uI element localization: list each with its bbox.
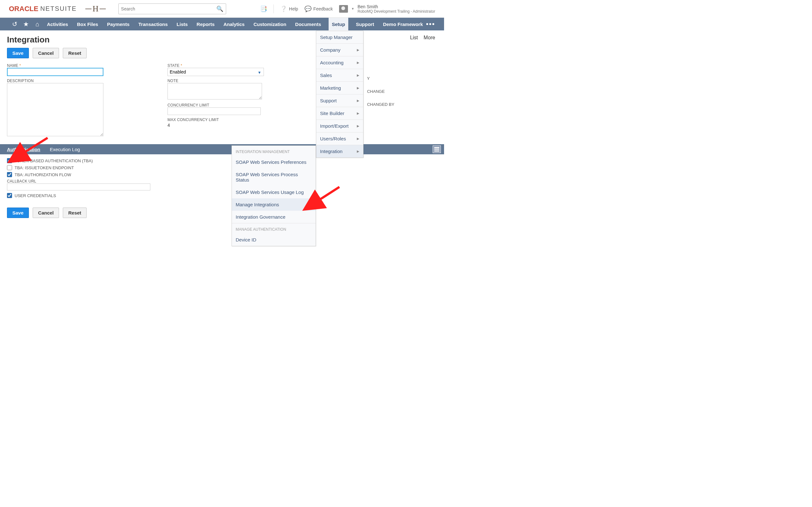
feedback-link[interactable]: 💬Feedback <box>305 5 333 12</box>
user-role: RoboMQ Development Trailing - Administra… <box>357 9 435 14</box>
chevron-right-icon: ▶ <box>357 137 359 140</box>
callback-url-input[interactable] <box>7 183 150 190</box>
search-input[interactable] <box>121 6 216 11</box>
home-icon[interactable]: ⌂ <box>32 20 43 28</box>
oracle-netsuite-logo: ORACLE NETSUITE <box>9 5 77 13</box>
background-labels: Y CHANGE CHANGED BY <box>365 76 394 107</box>
avatar-icon <box>339 5 348 13</box>
setup-menu-integration[interactable]: Integration▶ <box>316 145 363 158</box>
authflow-checkbox[interactable] <box>7 172 12 177</box>
chevron-right-icon: ▶ <box>357 99 359 102</box>
tab-authentication[interactable]: Authentication <box>7 147 40 152</box>
authentication-section: TOKEN-BASED AUTHENTICATION (TBA) TBA: IS… <box>7 158 435 198</box>
nav-item-transactions[interactable]: Transactions <box>137 18 169 31</box>
tab-execution-log[interactable]: Execution Log <box>50 147 80 152</box>
help-label: Help <box>289 6 298 11</box>
save-button-bottom[interactable]: Save <box>7 208 29 218</box>
required-icon: * <box>19 63 21 68</box>
reset-button-bottom[interactable]: Reset <box>63 208 87 218</box>
tenant-logo: ⸺H⸺ <box>84 4 107 14</box>
integration-submenu-integration-governance[interactable]: Integration Governance <box>232 211 316 223</box>
add-shortcut-icon[interactable]: 📑 <box>260 5 267 12</box>
favorites-icon[interactable]: ★ <box>20 20 32 28</box>
tba-label: TOKEN-BASED AUTHENTICATION (TBA) <box>14 158 93 163</box>
setup-menu-site-builder[interactable]: Site Builder▶ <box>316 107 363 119</box>
history-icon[interactable]: ↺ <box>9 20 20 28</box>
help-link[interactable]: ❔Help <box>280 5 298 12</box>
feedback-label: Feedback <box>313 6 333 11</box>
issuetoken-checkbox[interactable] <box>7 165 12 170</box>
note-input[interactable] <box>167 83 262 100</box>
nav-item-setup[interactable]: Setup <box>328 18 348 31</box>
name-label: NAME <box>7 63 18 68</box>
save-button[interactable]: Save <box>7 48 29 58</box>
subtab-bar: Authentication Execution Log <box>0 144 444 154</box>
nav-item-analytics[interactable]: Analytics <box>222 18 246 31</box>
nav-item-support[interactable]: Support <box>355 18 375 31</box>
integration-submenu-device-id[interactable]: Device ID <box>232 233 316 236</box>
setup-menu-users-roles[interactable]: Users/Roles▶ <box>316 132 363 145</box>
chevron-down-icon: ▼ <box>351 7 354 10</box>
setup-menu-setup-manager[interactable]: Setup Manager <box>316 31 363 43</box>
note-label: NOTE <box>167 78 264 83</box>
logo-oracle: ORACLE <box>9 5 38 13</box>
chevron-down-icon: ▼ <box>258 70 261 75</box>
more-action[interactable]: More <box>424 35 435 41</box>
description-label: DESCRIPTION <box>7 78 104 83</box>
authflow-label: TBA: AUTHORIZATION FLOW <box>14 172 71 177</box>
concurrency-limit-label: CONCURRENCY LIMIT <box>167 103 264 107</box>
list-action[interactable]: List <box>410 35 418 41</box>
state-label: STATE <box>167 63 180 68</box>
setup-menu-import-export[interactable]: Import/Export▶ <box>316 119 363 132</box>
label-change-partial: CHANGE <box>365 89 394 94</box>
page-title: Integration <box>7 35 435 45</box>
reset-button[interactable]: Reset <box>63 48 87 58</box>
max-concurrency-label: MAX CONCURRENCY LIMIT <box>167 118 264 122</box>
description-input[interactable] <box>7 83 103 136</box>
setup-menu-sales[interactable]: Sales▶ <box>316 69 363 81</box>
usercred-checkbox[interactable] <box>7 193 12 198</box>
chevron-right-icon: ▶ <box>357 73 359 77</box>
cancel-button[interactable]: Cancel <box>33 48 59 58</box>
setup-menu-marketing[interactable]: Marketing▶ <box>316 81 363 94</box>
integration-submenu-soap-web-services-usage-log[interactable]: SOAP Web Services Usage Log <box>232 186 316 199</box>
global-search[interactable]: 🔍 <box>118 3 226 14</box>
state-value[interactable] <box>167 68 264 76</box>
logo-netsuite: NETSUITE <box>40 5 77 12</box>
cancel-button-bottom[interactable]: Cancel <box>33 208 59 218</box>
nav-overflow-icon[interactable]: ••• <box>426 20 435 28</box>
chevron-right-icon: ▶ <box>357 124 359 128</box>
nav-item-documents[interactable]: Documents <box>294 18 322 31</box>
concurrency-limit-input[interactable] <box>167 107 261 115</box>
state-select[interactable]: ▼ <box>167 68 264 76</box>
app-header: ORACLE NETSUITE ⸺H⸺ 🔍 📑 ❔Help 💬Feedback … <box>0 0 444 18</box>
label-changed-by-partial: CHANGED BY <box>365 102 394 107</box>
nav-item-reports[interactable]: Reports <box>195 18 216 31</box>
nav-item-lists[interactable]: Lists <box>175 18 189 31</box>
tba-checkbox[interactable] <box>7 158 12 163</box>
submenu-header-integration-management: INTEGRATION MANAGEMENT <box>232 146 316 156</box>
integration-submenu-manage-integrations[interactable]: Manage Integrations▶ <box>232 199 316 211</box>
setup-menu-accounting[interactable]: Accounting▶ <box>316 56 363 69</box>
integration-submenu-soap-web-services-preferences[interactable]: SOAP Web Services Preferences <box>232 156 316 168</box>
name-input[interactable] <box>7 68 103 76</box>
nav-item-activities[interactable]: Activities <box>46 18 69 31</box>
setup-menu-company[interactable]: Company▶ <box>316 43 363 56</box>
user-menu[interactable]: ▼ Ben Smith RoboMQ Development Trailing … <box>339 4 435 14</box>
main-nav: ↺ ★ ⌂ ActivitiesBox FilesPaymentsTransac… <box>0 18 444 31</box>
issuetoken-label: TBA: ISSUETOKEN ENDPOINT <box>14 165 74 170</box>
required-icon: * <box>181 63 182 68</box>
integration-submenu-soap-web-services-process-status[interactable]: SOAP Web Services Process Status <box>232 168 316 186</box>
nav-item-demo-framework[interactable]: Demo Framework <box>382 18 424 31</box>
setup-dropdown: Setup ManagerCompany▶Accounting▶Sales▶Ma… <box>316 31 363 158</box>
chevron-right-icon: ▶ <box>309 203 312 206</box>
setup-menu-support[interactable]: Support▶ <box>316 94 363 107</box>
expand-collapse-icon[interactable] <box>433 146 441 153</box>
usercred-label: USER CREDENTIALS <box>14 193 56 198</box>
chevron-right-icon: ▶ <box>357 48 359 52</box>
chevron-right-icon: ▶ <box>357 86 359 90</box>
nav-item-payments[interactable]: Payments <box>106 18 131 31</box>
nav-item-box-files[interactable]: Box Files <box>76 18 100 31</box>
nav-item-customization[interactable]: Customization <box>252 18 287 31</box>
search-icon[interactable]: 🔍 <box>216 5 223 12</box>
